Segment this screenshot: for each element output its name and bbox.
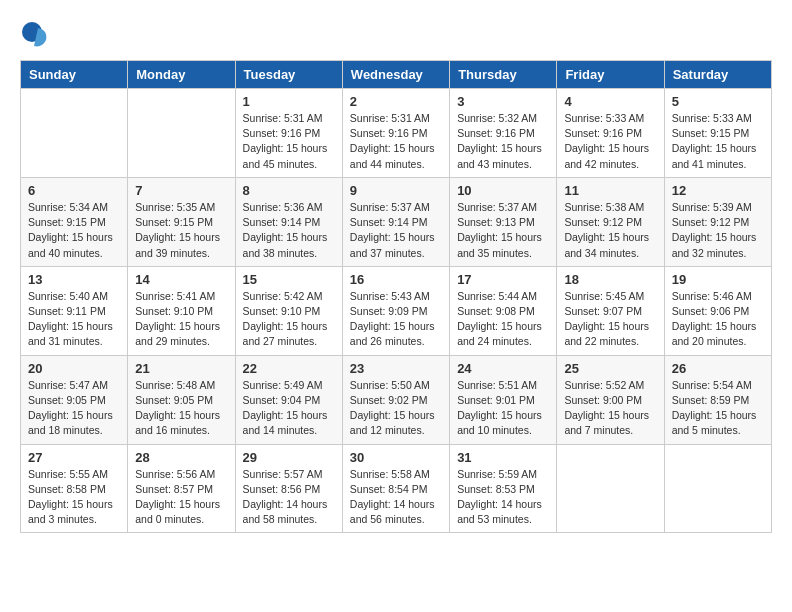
day-number: 27 [28, 450, 120, 465]
calendar-cell: 2Sunrise: 5:31 AM Sunset: 9:16 PM Daylig… [342, 89, 449, 178]
calendar-cell: 6Sunrise: 5:34 AM Sunset: 9:15 PM Daylig… [21, 177, 128, 266]
calendar-cell: 4Sunrise: 5:33 AM Sunset: 9:16 PM Daylig… [557, 89, 664, 178]
calendar-week-3: 13Sunrise: 5:40 AM Sunset: 9:11 PM Dayli… [21, 266, 772, 355]
day-header-monday: Monday [128, 61, 235, 89]
day-header-saturday: Saturday [664, 61, 771, 89]
calendar-cell: 1Sunrise: 5:31 AM Sunset: 9:16 PM Daylig… [235, 89, 342, 178]
day-number: 30 [350, 450, 442, 465]
day-info: Sunrise: 5:51 AM Sunset: 9:01 PM Dayligh… [457, 378, 549, 439]
day-info: Sunrise: 5:49 AM Sunset: 9:04 PM Dayligh… [243, 378, 335, 439]
day-number: 25 [564, 361, 656, 376]
calendar-cell: 15Sunrise: 5:42 AM Sunset: 9:10 PM Dayli… [235, 266, 342, 355]
calendar-cell: 14Sunrise: 5:41 AM Sunset: 9:10 PM Dayli… [128, 266, 235, 355]
day-info: Sunrise: 5:54 AM Sunset: 8:59 PM Dayligh… [672, 378, 764, 439]
day-number: 11 [564, 183, 656, 198]
day-number: 6 [28, 183, 120, 198]
calendar-cell: 19Sunrise: 5:46 AM Sunset: 9:06 PM Dayli… [664, 266, 771, 355]
day-number: 17 [457, 272, 549, 287]
day-info: Sunrise: 5:59 AM Sunset: 8:53 PM Dayligh… [457, 467, 549, 528]
calendar-cell: 27Sunrise: 5:55 AM Sunset: 8:58 PM Dayli… [21, 444, 128, 533]
calendar-week-2: 6Sunrise: 5:34 AM Sunset: 9:15 PM Daylig… [21, 177, 772, 266]
calendar-week-5: 27Sunrise: 5:55 AM Sunset: 8:58 PM Dayli… [21, 444, 772, 533]
calendar-cell [664, 444, 771, 533]
day-info: Sunrise: 5:43 AM Sunset: 9:09 PM Dayligh… [350, 289, 442, 350]
day-number: 28 [135, 450, 227, 465]
day-info: Sunrise: 5:48 AM Sunset: 9:05 PM Dayligh… [135, 378, 227, 439]
day-header-thursday: Thursday [450, 61, 557, 89]
calendar-cell: 22Sunrise: 5:49 AM Sunset: 9:04 PM Dayli… [235, 355, 342, 444]
day-info: Sunrise: 5:41 AM Sunset: 9:10 PM Dayligh… [135, 289, 227, 350]
day-number: 29 [243, 450, 335, 465]
calendar-cell: 5Sunrise: 5:33 AM Sunset: 9:15 PM Daylig… [664, 89, 771, 178]
calendar-week-1: 1Sunrise: 5:31 AM Sunset: 9:16 PM Daylig… [21, 89, 772, 178]
day-number: 4 [564, 94, 656, 109]
calendar-cell [128, 89, 235, 178]
day-number: 16 [350, 272, 442, 287]
day-number: 31 [457, 450, 549, 465]
logo-icon [20, 20, 50, 50]
day-info: Sunrise: 5:37 AM Sunset: 9:13 PM Dayligh… [457, 200, 549, 261]
calendar-cell: 9Sunrise: 5:37 AM Sunset: 9:14 PM Daylig… [342, 177, 449, 266]
day-info: Sunrise: 5:50 AM Sunset: 9:02 PM Dayligh… [350, 378, 442, 439]
calendar-cell: 30Sunrise: 5:58 AM Sunset: 8:54 PM Dayli… [342, 444, 449, 533]
calendar-cell: 23Sunrise: 5:50 AM Sunset: 9:02 PM Dayli… [342, 355, 449, 444]
day-info: Sunrise: 5:47 AM Sunset: 9:05 PM Dayligh… [28, 378, 120, 439]
day-header-tuesday: Tuesday [235, 61, 342, 89]
day-number: 2 [350, 94, 442, 109]
calendar-cell: 20Sunrise: 5:47 AM Sunset: 9:05 PM Dayli… [21, 355, 128, 444]
calendar-cell [557, 444, 664, 533]
calendar-cell: 31Sunrise: 5:59 AM Sunset: 8:53 PM Dayli… [450, 444, 557, 533]
day-number: 12 [672, 183, 764, 198]
day-info: Sunrise: 5:46 AM Sunset: 9:06 PM Dayligh… [672, 289, 764, 350]
calendar-cell: 24Sunrise: 5:51 AM Sunset: 9:01 PM Dayli… [450, 355, 557, 444]
day-info: Sunrise: 5:42 AM Sunset: 9:10 PM Dayligh… [243, 289, 335, 350]
calendar-cell: 18Sunrise: 5:45 AM Sunset: 9:07 PM Dayli… [557, 266, 664, 355]
day-number: 9 [350, 183, 442, 198]
calendar-cell: 8Sunrise: 5:36 AM Sunset: 9:14 PM Daylig… [235, 177, 342, 266]
day-number: 18 [564, 272, 656, 287]
day-number: 20 [28, 361, 120, 376]
page-header [20, 20, 772, 50]
day-info: Sunrise: 5:38 AM Sunset: 9:12 PM Dayligh… [564, 200, 656, 261]
day-number: 23 [350, 361, 442, 376]
calendar-cell: 26Sunrise: 5:54 AM Sunset: 8:59 PM Dayli… [664, 355, 771, 444]
day-info: Sunrise: 5:45 AM Sunset: 9:07 PM Dayligh… [564, 289, 656, 350]
calendar-cell: 25Sunrise: 5:52 AM Sunset: 9:00 PM Dayli… [557, 355, 664, 444]
day-info: Sunrise: 5:55 AM Sunset: 8:58 PM Dayligh… [28, 467, 120, 528]
calendar-cell: 7Sunrise: 5:35 AM Sunset: 9:15 PM Daylig… [128, 177, 235, 266]
day-info: Sunrise: 5:35 AM Sunset: 9:15 PM Dayligh… [135, 200, 227, 261]
day-info: Sunrise: 5:39 AM Sunset: 9:12 PM Dayligh… [672, 200, 764, 261]
day-info: Sunrise: 5:36 AM Sunset: 9:14 PM Dayligh… [243, 200, 335, 261]
day-number: 26 [672, 361, 764, 376]
day-number: 3 [457, 94, 549, 109]
day-info: Sunrise: 5:56 AM Sunset: 8:57 PM Dayligh… [135, 467, 227, 528]
calendar-cell: 3Sunrise: 5:32 AM Sunset: 9:16 PM Daylig… [450, 89, 557, 178]
calendar-header-row: SundayMondayTuesdayWednesdayThursdayFrid… [21, 61, 772, 89]
day-info: Sunrise: 5:40 AM Sunset: 9:11 PM Dayligh… [28, 289, 120, 350]
day-info: Sunrise: 5:52 AM Sunset: 9:00 PM Dayligh… [564, 378, 656, 439]
day-number: 1 [243, 94, 335, 109]
day-number: 22 [243, 361, 335, 376]
calendar-cell: 17Sunrise: 5:44 AM Sunset: 9:08 PM Dayli… [450, 266, 557, 355]
day-number: 14 [135, 272, 227, 287]
day-info: Sunrise: 5:32 AM Sunset: 9:16 PM Dayligh… [457, 111, 549, 172]
day-info: Sunrise: 5:37 AM Sunset: 9:14 PM Dayligh… [350, 200, 442, 261]
day-info: Sunrise: 5:58 AM Sunset: 8:54 PM Dayligh… [350, 467, 442, 528]
day-info: Sunrise: 5:33 AM Sunset: 9:16 PM Dayligh… [564, 111, 656, 172]
day-info: Sunrise: 5:57 AM Sunset: 8:56 PM Dayligh… [243, 467, 335, 528]
calendar-table: SundayMondayTuesdayWednesdayThursdayFrid… [20, 60, 772, 533]
day-number: 21 [135, 361, 227, 376]
day-number: 10 [457, 183, 549, 198]
calendar-cell: 28Sunrise: 5:56 AM Sunset: 8:57 PM Dayli… [128, 444, 235, 533]
calendar-cell: 12Sunrise: 5:39 AM Sunset: 9:12 PM Dayli… [664, 177, 771, 266]
calendar-cell: 10Sunrise: 5:37 AM Sunset: 9:13 PM Dayli… [450, 177, 557, 266]
calendar-cell [21, 89, 128, 178]
day-number: 8 [243, 183, 335, 198]
day-info: Sunrise: 5:44 AM Sunset: 9:08 PM Dayligh… [457, 289, 549, 350]
calendar-cell: 21Sunrise: 5:48 AM Sunset: 9:05 PM Dayli… [128, 355, 235, 444]
logo [20, 20, 54, 50]
day-info: Sunrise: 5:34 AM Sunset: 9:15 PM Dayligh… [28, 200, 120, 261]
day-header-sunday: Sunday [21, 61, 128, 89]
day-info: Sunrise: 5:31 AM Sunset: 9:16 PM Dayligh… [350, 111, 442, 172]
day-number: 5 [672, 94, 764, 109]
